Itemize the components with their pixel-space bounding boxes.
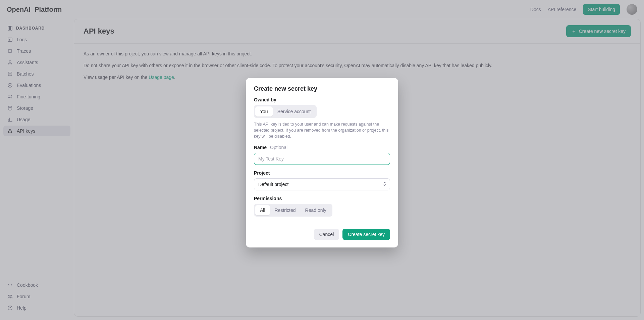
owned-by-segmented-control: You Service account: [254, 105, 317, 118]
owned-by-you-option[interactable]: You: [255, 106, 273, 117]
permissions-all-option[interactable]: All: [255, 205, 270, 215]
owned-by-service-account-option[interactable]: Service account: [273, 106, 316, 117]
permissions-readonly-option[interactable]: Read only: [301, 205, 331, 215]
name-label-text: Name: [254, 145, 267, 150]
project-select[interactable]: Default project: [254, 178, 390, 190]
permissions-restricted-option[interactable]: Restricted: [270, 205, 301, 215]
permissions-segmented-control: All Restricted Read only: [254, 204, 332, 217]
name-optional-hint: Optional: [270, 145, 287, 150]
create-secret-key-modal: Create new secret key Owned by You Servi…: [246, 78, 398, 247]
name-label: Name Optional: [254, 145, 390, 150]
key-name-input[interactable]: [254, 153, 390, 165]
owned-by-label: Owned by: [254, 97, 390, 102]
permissions-label: Permissions: [254, 196, 390, 201]
cancel-button[interactable]: Cancel: [314, 229, 339, 240]
create-secret-key-submit-button[interactable]: Create secret key: [342, 229, 390, 240]
modal-title: Create new secret key: [254, 85, 390, 92]
project-label: Project: [254, 170, 390, 176]
owned-by-help-text: This API key is tied to your user and ca…: [254, 121, 390, 139]
